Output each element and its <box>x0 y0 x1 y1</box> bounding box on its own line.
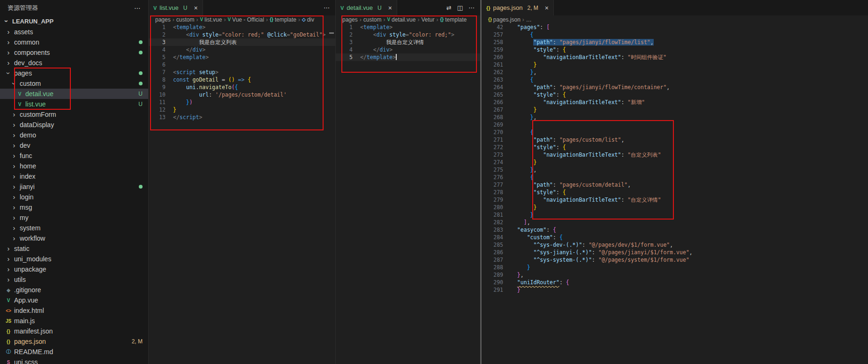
code-editor[interactable]: 1<template>2 <div style="color: red;" @c… <box>149 23 335 364</box>
code-editor[interactable]: 42 "pages": [257 {258 "path": "pages/jia… <box>482 23 868 364</box>
tree-item-components[interactable]: ›components <box>0 47 148 58</box>
code-line-263[interactable]: 263 { <box>482 76 868 83</box>
tree-item-unpackage[interactable]: ›unpackage <box>0 264 148 274</box>
more-actions-icon[interactable]: ⋯ <box>468 4 475 11</box>
code-line-284[interactable]: 284 "custom": { <box>482 234 868 241</box>
breadcrumb-Vue - Official[interactable]: VVue - Official <box>227 16 264 23</box>
tab-pages.json[interactable]: {}pages.json2, M× <box>482 0 554 15</box>
code-line-276[interactable]: 276 { <box>482 174 868 181</box>
compare-changes-icon[interactable]: ⇄ <box>446 4 452 11</box>
code-line-5[interactable]: 5</template> <box>149 53 335 61</box>
breadcrumb-Vetur[interactable]: Vetur <box>421 16 434 23</box>
code-line-267[interactable]: 267 } <box>482 106 868 114</box>
code-line-258[interactable]: 258 "path": "pages/jianyi/flowTime/list"… <box>482 38 868 46</box>
tree-item-static[interactable]: ›static <box>0 243 148 254</box>
breadcrumb-template[interactable]: {}template <box>270 16 296 23</box>
code-line-275[interactable]: 275 }, <box>482 166 868 174</box>
breadcrumb-pages[interactable]: pages <box>155 16 171 23</box>
code-line-42[interactable]: 42 "pages": [ <box>482 23 868 31</box>
breadcrumb-list.vue[interactable]: Vlist.vue <box>200 16 222 23</box>
tree-item-login[interactable]: ›login <box>0 192 148 202</box>
tree-item-jianyi[interactable]: ›jianyi <box>0 182 148 192</box>
code-line-282[interactable]: 282 ], <box>482 219 868 226</box>
code-line-269[interactable]: 269 <box>482 121 868 129</box>
tree-item-msg[interactable]: ›msg <box>0 202 148 212</box>
code-line-271[interactable]: 271 "path": "pages/custom/list", <box>482 136 868 144</box>
code-line-272[interactable]: 272 "style": { <box>482 144 868 151</box>
code-line-3[interactable]: 3 我是自定义列表 <box>149 38 335 46</box>
breadcrumb-…[interactable]: … <box>526 16 532 23</box>
tree-item-custom[interactable]: ›custom <box>0 78 148 89</box>
close-icon[interactable]: × <box>388 4 392 12</box>
code-line-273[interactable]: 273 "navigationBarTitleText": "自定义列表" <box>482 151 868 159</box>
tree-item-uni.scss[interactable]: Suni.scss <box>0 357 148 364</box>
tree-item-workflow[interactable]: ›workflow <box>0 233 148 243</box>
breadcrumb-template[interactable]: {}template <box>440 16 467 23</box>
tree-item-my[interactable]: ›my <box>0 212 148 223</box>
code-line-1[interactable]: 1<template> <box>149 23 335 31</box>
code-line-257[interactable]: 257 { <box>482 31 868 38</box>
code-line-8[interactable]: 8const goDetail = () => { <box>149 76 335 83</box>
code-line-289[interactable]: 289 }, <box>482 271 868 279</box>
explorer-more-icon[interactable]: ⋯ <box>134 4 141 12</box>
code-line-4[interactable]: 4 </div> <box>149 46 335 53</box>
tree-item-system[interactable]: ›system <box>0 223 148 233</box>
code-line-285[interactable]: 285 "^sys-dev-(.*)": "@/pages/dev/$1/for… <box>482 241 868 249</box>
tree-item-main.js[interactable]: JSmain.js <box>0 316 148 326</box>
code-line-290[interactable]: 290 "uniIdRouter": { <box>482 279 868 286</box>
tree-item-.gitignore[interactable]: ◆.gitignore <box>0 285 148 295</box>
code-line-288[interactable]: 288 } <box>482 264 868 271</box>
code-line-12[interactable]: 12} <box>149 106 335 114</box>
code-line-270[interactable]: 270 { <box>482 129 868 136</box>
code-line-11[interactable]: 11 }) <box>149 99 335 106</box>
code-line-274[interactable]: 274 } <box>482 159 868 166</box>
code-line-291[interactable]: 291 } <box>482 286 868 294</box>
tree-item-manifest.json[interactable]: {}manifest.json <box>0 326 148 336</box>
code-line-265[interactable]: 265 "style": { <box>482 91 868 99</box>
code-line-264[interactable]: 264 "path": "pages/jianyi/flowTime/conta… <box>482 83 868 91</box>
tree-item-dev[interactable]: ›dev <box>0 140 148 151</box>
code-line-2[interactable]: 2 <div style="color: red;" @click="goDet… <box>149 31 335 38</box>
tab-detail.vue[interactable]: Vdetail.vueU× <box>336 0 397 15</box>
code-line-4[interactable]: 4 </div> <box>336 46 480 53</box>
code-line-266[interactable]: 266 "navigationBarTitleText": "新增" <box>482 99 868 106</box>
code-line-2[interactable]: 2 <div style="color: red;"> <box>336 31 480 38</box>
tree-item-home[interactable]: ›home <box>0 161 148 171</box>
tree-item-assets[interactable]: ›assets <box>0 27 148 37</box>
code-line-281[interactable]: 281 } <box>482 211 868 219</box>
split-editor-icon[interactable]: ◫ <box>457 4 463 11</box>
code-line-278[interactable]: 278 "style": { <box>482 189 868 196</box>
code-editor[interactable]: 1<template>2 <div style="color: red;">3 … <box>336 23 480 364</box>
breadcrumb-pages[interactable]: pages <box>342 16 358 23</box>
tab-list.vue[interactable]: Vlist.vueU× <box>149 0 203 15</box>
close-icon[interactable]: × <box>194 4 197 12</box>
code-line-287[interactable]: 287 "^sys-system-(.*)": "@/pages/system/… <box>482 256 868 264</box>
tree-item-common[interactable]: ›common <box>0 37 148 47</box>
tree-item-dev_docs[interactable]: ›dev_docs <box>0 58 148 68</box>
breadcrumb-pages.json[interactable]: {}pages.json <box>488 16 521 23</box>
code-line-1[interactable]: 1<template> <box>336 23 480 31</box>
code-line-6[interactable]: 6 <box>149 61 335 68</box>
tree-item-list.vue[interactable]: Vlist.vueU <box>0 99 148 109</box>
code-line-9[interactable]: 9 uni.navigateTo({ <box>149 83 335 91</box>
tree-item-dataDisplay[interactable]: ›dataDisplay <box>0 120 148 130</box>
breadcrumb-custom[interactable]: custom <box>363 16 382 23</box>
breadcrumb-custom[interactable]: custom <box>176 16 195 23</box>
code-line-283[interactable]: 283 "easycom": { <box>482 226 868 234</box>
code-line-262[interactable]: 262 }, <box>482 68 868 76</box>
tree-item-demo[interactable]: ›demo <box>0 130 148 140</box>
tree-item-pages.json[interactable]: {}pages.json2, M <box>0 336 148 347</box>
tree-item-pages[interactable]: ›pages <box>0 68 148 78</box>
code-line-279[interactable]: 279 "navigationBarTitleText": "自定义详情" <box>482 196 868 204</box>
tree-item-func[interactable]: ›func <box>0 151 148 161</box>
code-line-7[interactable]: 7<script setup> <box>149 68 335 76</box>
code-line-261[interactable]: 261 } <box>482 61 868 68</box>
more-actions-icon[interactable]: ⋯ <box>324 4 330 11</box>
tree-item-uni_modules[interactable]: ›uni_modules <box>0 254 148 264</box>
code-line-280[interactable]: 280 } <box>482 204 868 211</box>
tree-item-utils[interactable]: ›utils <box>0 274 148 285</box>
code-line-259[interactable]: 259 "style": { <box>482 46 868 53</box>
code-line-5[interactable]: 5</template> <box>336 53 480 61</box>
tree-item-README.md[interactable]: ⓘREADME.md <box>0 347 148 357</box>
code-line-10[interactable]: 10 url: '/pages/custom/detail' <box>149 91 335 99</box>
